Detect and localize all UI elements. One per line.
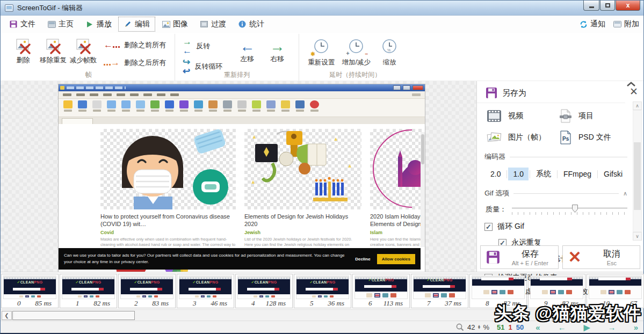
encoder-option[interactable]: 系统 (531, 167, 556, 181)
frame-preview: ✓CLEANPNG (120, 275, 173, 299)
reduce-framecount-button[interactable]: 减少帧数 (68, 36, 98, 65)
covid-mask-image (100, 129, 236, 209)
save-floppy-icon (486, 250, 500, 264)
ribbon: 删除 移除重复 减少帧数 ← 删除之前所有 → 删除之后所有 帧 (1, 33, 643, 81)
inner-window-titlebar (59, 84, 425, 91)
tab-file[interactable]: 文件 (4, 17, 41, 32)
transition-icon (200, 20, 208, 28)
cleanpng-logo: ✓CLEANPNG (121, 280, 173, 285)
maximize-button[interactable] (600, 1, 615, 11)
save-button[interactable]: 保存 Alt + E / Enter (480, 245, 559, 269)
tab-stats[interactable]: 统计 (233, 17, 270, 32)
zoom-percent: % (483, 323, 489, 331)
scrollbar-thumb[interactable] (634, 142, 641, 210)
frame-thumbnail[interactable]: ✓CLEANPNG 4 128 ms (235, 274, 293, 308)
encoder-option[interactable]: Gifski (599, 168, 627, 180)
move-right-button[interactable]: → 右移 (262, 36, 292, 64)
slider-thumb[interactable] (572, 205, 578, 213)
inner-page-scrollbar (421, 132, 425, 247)
save-type-video[interactable]: 视频 (484, 106, 555, 126)
inner-page-content: How to protect yourself from Coronavirus… (59, 125, 425, 272)
notifications-button[interactable]: 通知 (579, 19, 605, 29)
captured-frame-image: How to protect yourself from Coronavirus… (59, 84, 425, 272)
move-left-icon: ← (240, 39, 255, 54)
encoder-option[interactable]: 2.0 (486, 168, 505, 180)
frame-delay: 85 ms (35, 299, 52, 308)
frame-thumbnail[interactable]: ✓CLEANPNG 1 82 ms (60, 274, 117, 308)
checkbox-loop-gif[interactable]: ✓ 循环 Gif (477, 219, 643, 235)
reorder-group-label: 重新排列 (175, 70, 299, 79)
save-type-images[interactable]: 图片（帧） (484, 128, 555, 147)
cleanpng-logo: ✓CLEANPNG (238, 280, 290, 285)
frame-thumbnail[interactable]: ✓CLEANPNG 6 113 ms (352, 274, 410, 308)
arrow-left-dashed-icon: ← (104, 40, 120, 49)
delete-all-before-button[interactable]: ← 删除之前所有 (102, 39, 168, 51)
tab-image[interactable]: 图像 (156, 17, 193, 32)
quality-slider[interactable] (512, 205, 627, 217)
frame-preview: ✓CLEANPNG (354, 275, 408, 299)
panel-close-icon[interactable]: ✕ (629, 86, 638, 97)
frame-thumbnail[interactable]: ✓CLEANPNG 0 85 ms (1, 274, 59, 308)
home-icon (47, 20, 56, 28)
result-card: Elements of Design for Jewish Holidays 2… (244, 129, 361, 253)
minimize-button[interactable] (583, 1, 599, 11)
encoder-option[interactable]: FFmpeg (559, 168, 596, 180)
save-type-psd[interactable]: Ps PSD 文件 (557, 128, 627, 147)
tab-edit[interactable]: 编辑 (118, 17, 155, 32)
arrow-right-dashed-icon: → (104, 58, 120, 67)
reset-delay-button[interactable]: ✱ 重新设置 (305, 36, 338, 67)
card-category: Islam (370, 230, 425, 235)
hscrollbar-thumb[interactable] (12, 311, 135, 320)
frame-preview: ✓CLEANPNG (179, 275, 232, 299)
inner-window-tabrow (59, 117, 425, 124)
reverse-icon: →← (183, 37, 192, 55)
title-bar[interactable]: ScreenToGif - 编辑器 x (1, 1, 643, 16)
cleanpng-logo: ✓CLEANPNG (179, 280, 231, 285)
checkbox-checked-icon: ✓ (484, 223, 493, 231)
panel-title: 另存为 (502, 88, 526, 98)
panel-scrollbar[interactable]: ∧ ∨ (633, 101, 642, 241)
scroll-left-icon[interactable]: ❮ (2, 311, 12, 320)
scroll-up-icon[interactable]: ∧ (633, 101, 642, 110)
gif-options-section-label: Gif 选项 ∧ (477, 186, 643, 200)
attach-button[interactable]: 附加 (613, 19, 639, 29)
frame-index: 2 (134, 299, 138, 308)
zoom-stepper[interactable]: ▲▼ (477, 325, 481, 329)
search-bar-mini (247, 288, 274, 291)
search-bar-mini (130, 288, 157, 291)
remove-duplicates-button[interactable]: 移除重复 (38, 36, 68, 65)
editor-canvas[interactable]: How to protect yourself from Coronavirus… (1, 81, 476, 272)
cleanpng-logo: ✓CLEANPNG (355, 278, 407, 282)
frame-thumbnail[interactable]: ✓CLEANPNG 5 36 ms (294, 274, 351, 308)
ribbon-group-delay: ✱ 重新设置 ＋− 增加/减少 % 缩放 延时（持续时间） (299, 34, 411, 81)
frame-thumbnail[interactable]: ✓CLEANPNG 2 83 ms (118, 274, 176, 308)
delete-frame-button[interactable]: 删除 (8, 36, 38, 65)
frame-index: 8 (486, 299, 489, 308)
frame-preview: ✓CLEANPNG (3, 275, 56, 299)
move-left-button[interactable]: ← 左移 (232, 36, 262, 64)
encoder-section-label: 编码器 (477, 149, 643, 163)
watermark-text: 头条 @猫猫爱软件 (495, 302, 641, 325)
scroll-down-icon[interactable]: ∨ (633, 232, 642, 241)
tab-home[interactable]: 主页 (42, 17, 79, 32)
collapse-panel-chevron-icon[interactable] (626, 82, 636, 87)
search-bar-mini (189, 288, 215, 291)
cancel-button[interactable]: ✕ 取消 Esc (562, 245, 641, 269)
tab-transition[interactable]: 过渡 (194, 17, 231, 32)
frame-thumbnail[interactable]: ✓CLEANPNG 3 46 ms (177, 274, 234, 308)
close-button[interactable]: x (616, 1, 640, 11)
encoder-option-selected[interactable]: 1.0 (508, 168, 528, 180)
reverse-button[interactable]: →← 反转 (180, 36, 225, 56)
frame-delay: 37 ms (445, 299, 461, 308)
increase-decrease-delay-button[interactable]: ＋− 增加/减少 (338, 36, 374, 67)
section-collapse-chevron-icon[interactable]: ∧ (623, 190, 627, 197)
frame-index: 6 (368, 299, 372, 308)
scale-delay-button[interactable]: % 缩放 (374, 36, 404, 67)
frame-thumbnail[interactable]: ✓CLEANPNG 7 37 ms (411, 274, 468, 308)
save-type-project[interactable]: 项目 (557, 106, 627, 126)
zoom-value[interactable]: 42 (467, 323, 475, 331)
delete-all-after-button[interactable]: → 删除之后所有 (102, 57, 168, 69)
psd-file-icon: Ps (559, 130, 572, 144)
card-category: Jewish (244, 230, 361, 235)
tab-play[interactable]: 播放 (80, 17, 117, 32)
